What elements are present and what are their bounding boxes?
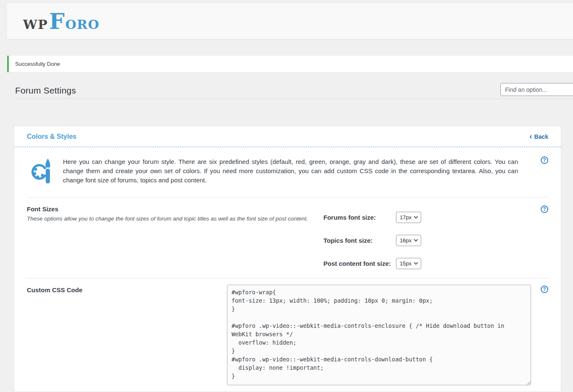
settings-panel: Colors & Styles ‹ Back Here you can chan… (14, 126, 561, 392)
wpforo-logo: wpForo (23, 10, 99, 32)
panel-title: Colors & Styles (27, 133, 76, 140)
custom-css-textarea[interactable]: #wpforo-wrap{ font-size: 13px; width: 10… (227, 285, 531, 385)
font-sizes-section: Font Sizes These options allow you to ch… (14, 197, 561, 278)
custom-css-section: Custom CSS Code #wpforo-wrap{ font-size:… (14, 278, 561, 392)
chevron-down-icon (414, 238, 418, 242)
font-size-rows: Forums font size: 17px Topics font size:… (323, 212, 421, 281)
post-content-font-size-label: Post content font size: (323, 260, 396, 267)
panel-intro: Here you can change your forum style. Th… (14, 147, 561, 197)
logo-text-wp: wp (23, 17, 48, 32)
back-link-label: Back (534, 133, 548, 140)
back-link[interactable]: ‹ Back (529, 133, 548, 140)
palette-icon (31, 158, 52, 197)
topics-font-size-select[interactable]: 16px (396, 235, 421, 246)
panel-header: Colors & Styles ‹ Back (14, 126, 561, 147)
app-header: wpForo (7, 3, 573, 39)
font-size-row-forums: Forums font size: 17px (323, 212, 421, 223)
topics-font-size-label: Topics font size: (323, 237, 396, 244)
help-icon[interactable]: ? (541, 156, 548, 164)
page-title: Forum Settings (15, 86, 76, 96)
post-content-font-size-select[interactable]: 15px (396, 258, 421, 269)
success-notice-text: Successfully Done (15, 61, 60, 67)
logo-text-oro: oro (65, 17, 100, 32)
find-option-input[interactable] (500, 83, 573, 96)
forums-font-size-value: 17px (400, 214, 412, 221)
forums-font-size-select[interactable]: 17px (396, 212, 421, 223)
chevron-left-icon: ‹ (529, 132, 532, 140)
page-header: Forum Settings (14, 83, 573, 99)
forums-font-size-label: Forums font size: (323, 214, 396, 221)
help-icon[interactable]: ? (541, 205, 548, 213)
help-icon[interactable]: ? (541, 286, 548, 293)
font-sizes-title: Font Sizes (27, 205, 58, 213)
chevron-down-icon (414, 261, 418, 265)
panel-description: Here you can change your forum style. Th… (63, 157, 518, 197)
success-notice: Successfully Done (7, 56, 573, 72)
logo-text-f: F (49, 10, 65, 32)
topics-font-size-value: 16px (400, 237, 412, 244)
font-size-row-post-content: Post content font size: 15px (323, 258, 421, 269)
chevron-down-icon (414, 215, 418, 219)
font-sizes-description: These options allow you to change the fo… (27, 215, 308, 222)
custom-css-title: Custom CSS Code (27, 286, 83, 293)
font-size-row-topics: Topics font size: 16px (323, 235, 421, 246)
post-content-font-size-value: 15px (400, 260, 412, 267)
